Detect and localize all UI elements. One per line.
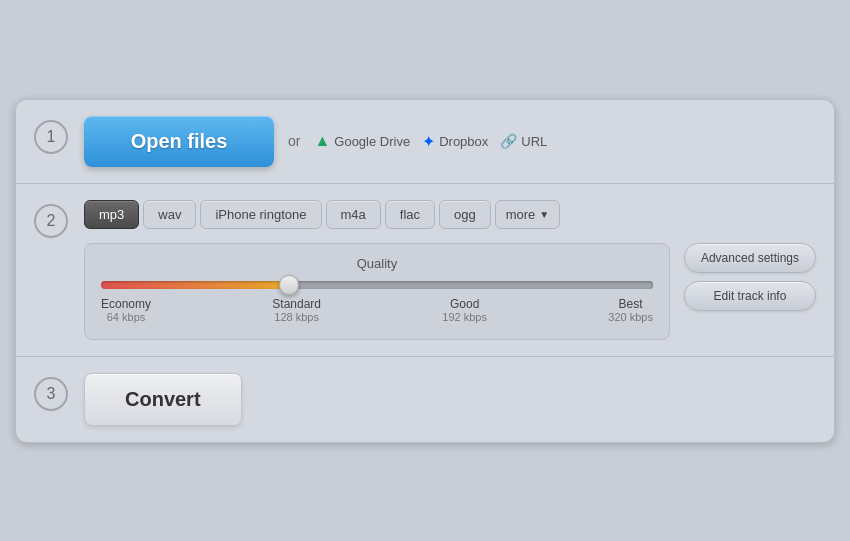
marker-best-kbps: 320 kbps — [608, 311, 653, 323]
tab-ogg[interactable]: ogg — [439, 200, 491, 229]
quality-buttons: Advanced settings Edit track info — [684, 243, 816, 311]
step1-content: Open files or ▲ Google Drive ✦ Dropbox 🔗… — [84, 116, 816, 167]
google-drive-label: Google Drive — [334, 134, 410, 149]
step3-row: 3 Convert — [16, 357, 834, 442]
advanced-settings-button[interactable]: Advanced settings — [684, 243, 816, 273]
google-drive-link[interactable]: ▲ Google Drive — [314, 132, 410, 150]
google-drive-icon: ▲ — [314, 132, 330, 150]
url-link[interactable]: 🔗 URL — [500, 133, 547, 149]
cloud-links: ▲ Google Drive ✦ Dropbox 🔗 URL — [314, 132, 547, 151]
dropbox-label: Dropbox — [439, 134, 488, 149]
step1-number: 1 — [34, 120, 68, 154]
marker-good-kbps: 192 kbps — [442, 311, 487, 323]
step2-number: 2 — [34, 204, 68, 238]
step2-content: mp3 wav iPhone ringtone m4a flac ogg mor… — [84, 200, 816, 340]
edit-track-info-button[interactable]: Edit track info — [684, 281, 816, 311]
tab-iphone-ringtone[interactable]: iPhone ringtone — [200, 200, 321, 229]
marker-standard-kbps: 128 kbps — [272, 311, 321, 323]
tab-m4a[interactable]: m4a — [326, 200, 381, 229]
step3-content: Convert — [84, 373, 816, 426]
url-link-icon: 🔗 — [500, 133, 517, 149]
tab-flac[interactable]: flac — [385, 200, 435, 229]
more-label: more — [506, 207, 536, 222]
convert-button[interactable]: Convert — [84, 373, 242, 426]
step1-row: 1 Open files or ▲ Google Drive ✦ Dropbox… — [16, 100, 834, 184]
dropbox-link[interactable]: ✦ Dropbox — [422, 132, 488, 151]
quality-section: Quality Economy 64 kbps — [84, 243, 816, 340]
step2-row: 2 mp3 wav iPhone ringtone m4a flac ogg m… — [16, 184, 834, 357]
more-dropdown[interactable]: more ▼ — [495, 200, 561, 229]
main-container: 1 Open files or ▲ Google Drive ✦ Dropbox… — [15, 99, 835, 443]
quality-label: Quality — [101, 256, 653, 271]
or-text: or — [288, 133, 300, 149]
open-files-button[interactable]: Open files — [84, 116, 274, 167]
dropbox-icon: ✦ — [422, 132, 435, 151]
marker-economy-kbps: 64 kbps — [101, 311, 151, 323]
quality-container: Quality Economy 64 kbps — [84, 243, 670, 340]
chevron-down-icon: ▼ — [539, 209, 549, 220]
tab-wav[interactable]: wav — [143, 200, 196, 229]
url-label: URL — [521, 134, 547, 149]
step3-number: 3 — [34, 377, 68, 411]
tab-mp3[interactable]: mp3 — [84, 200, 139, 229]
format-tabs: mp3 wav iPhone ringtone m4a flac ogg mor… — [84, 200, 816, 229]
slider-wrapper — [101, 281, 653, 289]
